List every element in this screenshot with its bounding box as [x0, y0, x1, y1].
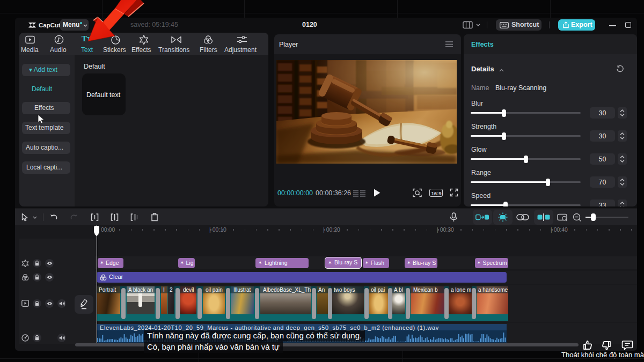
svg-text:CapCut: CapCut: [39, 22, 61, 28]
